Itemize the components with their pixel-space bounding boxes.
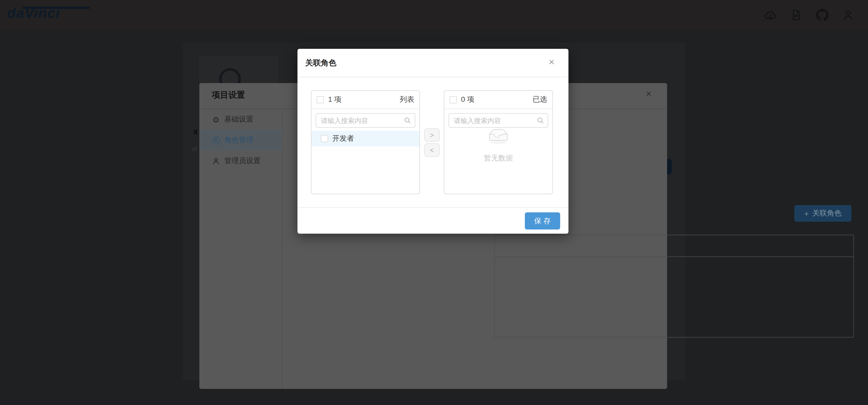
cloud-download-icon[interactable] (764, 9, 777, 21)
close-icon[interactable]: × (549, 57, 554, 67)
gear-icon: ⚙ (212, 115, 220, 124)
chevron-left-icon: < (430, 146, 434, 154)
sidebar-item-basic-settings[interactable]: ⚙ 基础设置 (199, 109, 282, 130)
user-icon[interactable] (842, 9, 855, 21)
background-partial-text: xi (192, 145, 197, 153)
target-search (448, 113, 548, 128)
transfer-item-label: 开发者 (332, 134, 354, 143)
add-role-button-label: 关联角色 (812, 209, 841, 218)
roles-table-header (495, 235, 854, 257)
transfer-source-panel: 1 项 列表 开发者 (311, 90, 420, 194)
save-button[interactable]: 保 存 (525, 212, 560, 229)
target-count: 0 项 (461, 95, 474, 104)
empty-inbox-icon (486, 128, 511, 144)
sidebar-item-label: 角色管理 (224, 135, 253, 145)
chevron-right-icon: > (430, 131, 434, 139)
sidebar-item-admin-settings[interactable]: 管理员设置 (199, 151, 282, 172)
background-button-sliver (667, 159, 672, 175)
source-title: 列表 (400, 95, 414, 104)
relate-roles-modal: 关联角色 × 1 项 列表 开发者 > (298, 49, 568, 233)
target-title: 已选 (533, 95, 547, 104)
project-settings-sidebar: ⚙ 基础设置 R 角色管理 管理员设置 (199, 109, 282, 389)
sidebar-item-label: 基础设置 (224, 115, 253, 124)
relate-roles-title: 关联角色 (305, 58, 336, 68)
plus-icon: + (804, 209, 809, 218)
search-icon (536, 116, 545, 125)
roles-table (494, 235, 854, 338)
project-settings-title: 项目设置 (212, 90, 245, 101)
sidebar-item-role-management[interactable]: R 角色管理 (199, 130, 282, 151)
relate-roles-footer: 保 存 (298, 207, 568, 233)
registered-icon: R (212, 136, 220, 144)
source-search (316, 113, 415, 128)
github-icon[interactable] (816, 9, 829, 21)
target-search-input[interactable] (448, 113, 548, 128)
transfer-target-header: 0 项 已选 (444, 91, 552, 109)
select-all-checkbox[interactable] (317, 96, 324, 103)
app-header: daVinci (0, 0, 868, 30)
item-checkbox[interactable] (321, 135, 328, 142)
transfer-target-panel: 0 项 已选 暂无数据 (444, 90, 553, 194)
empty-state: 暂无数据 (444, 128, 552, 163)
viewport: daVinci X xi 项目设 (0, 0, 868, 405)
source-count: 1 项 (328, 95, 341, 104)
transfer-item-developer[interactable]: 开发者 (311, 131, 420, 147)
sidebar-item-label: 管理员设置 (224, 156, 260, 166)
select-all-checkbox[interactable] (450, 96, 457, 103)
move-right-button[interactable]: > (424, 128, 440, 142)
search-icon (403, 116, 412, 125)
transfer-source-header: 1 项 列表 (311, 91, 420, 109)
move-left-button[interactable]: < (424, 143, 440, 157)
logo-bar-decoration (23, 7, 90, 9)
source-search-input[interactable] (316, 113, 415, 128)
add-role-button[interactable]: + 关联角色 (794, 205, 851, 222)
relate-roles-header: 关联角色 × (298, 49, 568, 77)
background-partial-text: X (193, 128, 198, 136)
person-icon (212, 157, 220, 165)
close-icon[interactable]: × (646, 89, 652, 99)
empty-text: 暂无数据 (444, 154, 552, 163)
document-icon[interactable] (790, 9, 803, 21)
